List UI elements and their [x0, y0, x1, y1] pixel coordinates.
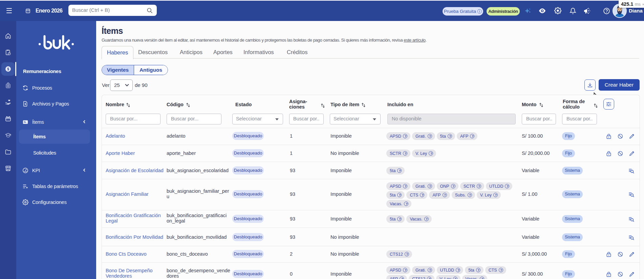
- svg-text:$: $: [7, 67, 9, 71]
